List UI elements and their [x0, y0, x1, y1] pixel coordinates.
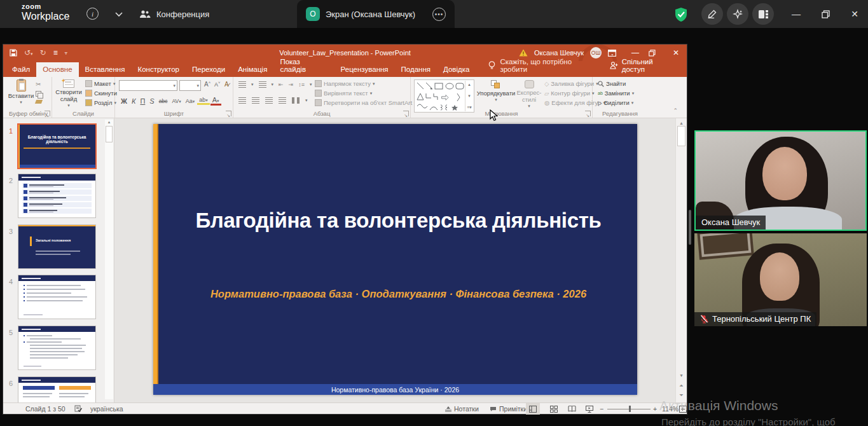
warning-icon[interactable]	[519, 49, 528, 57]
slide-thumbnail-2[interactable]	[18, 174, 95, 217]
slide-subtitle[interactable]: Нормативно-правова база · Оподаткування …	[172, 288, 624, 300]
align-text-button[interactable]: Вирівняти текст▾	[315, 90, 417, 97]
arrange-button[interactable]: Упорядкувати ▾	[477, 80, 515, 102]
ppt-minimize-button[interactable]: —	[628, 48, 642, 57]
justify-icon[interactable]	[279, 97, 286, 104]
tab-options-icon[interactable]: •••	[432, 8, 446, 21]
decrease-indent-icon[interactable]: ⇤	[279, 81, 284, 88]
section-button[interactable]: Розділ▾	[85, 99, 117, 106]
paste-button[interactable]: Вставити ▾	[8, 79, 34, 105]
reading-view-button[interactable]	[565, 403, 579, 415]
reset-button[interactable]: Скинути	[85, 90, 117, 97]
slideshow-view-button[interactable]	[582, 403, 596, 415]
text-shadow-button[interactable]: S	[148, 97, 156, 105]
tab-shared-screen[interactable]: О Экран (Оксана Шевчук) •••	[297, 0, 455, 28]
font-name-select[interactable]: ▾	[119, 80, 177, 91]
bullets-icon[interactable]	[238, 81, 246, 88]
tab-transitions[interactable]: Переходи	[186, 62, 231, 77]
zoom-in-button[interactable]: +	[653, 405, 657, 413]
notes-button[interactable]: Нотатки	[445, 405, 479, 413]
security-shield-icon[interactable]	[674, 8, 688, 22]
comments-button[interactable]: Примітки	[490, 405, 527, 413]
tab-animations[interactable]: Анімація	[231, 62, 273, 77]
normal-view-button[interactable]	[526, 403, 540, 415]
video-tile-participant[interactable]: Тернопільський Центр ПК	[694, 233, 867, 326]
tab-conference[interactable]: Конференция	[130, 0, 218, 28]
info-icon[interactable]: i	[86, 8, 99, 20]
tab-view[interactable]: Подання	[395, 62, 437, 77]
collapse-ribbon-icon[interactable]: ⌃	[673, 107, 678, 114]
account-avatar[interactable]: ОШ	[590, 47, 602, 58]
share-button[interactable]: Спільний доступ	[601, 58, 687, 77]
window-close-button[interactable]: ✕	[846, 8, 864, 20]
zoom-out-button[interactable]: −	[600, 405, 603, 413]
scroll-up-icon[interactable]: ▴	[676, 120, 687, 126]
previous-slide-icon[interactable]: ⏶	[676, 383, 687, 389]
clipboard-dialog-launcher[interactable]	[45, 111, 50, 116]
scroll-down-icon[interactable]: ▾	[676, 373, 687, 378]
copy-icon[interactable]	[36, 91, 41, 97]
language-indicator[interactable]: українська	[90, 405, 123, 413]
tab-design[interactable]: Конструктор	[131, 62, 186, 77]
gallery-more-icon[interactable]: ≡▾	[467, 105, 472, 110]
tab-slideshow[interactable]: Показ слайдів	[273, 55, 334, 77]
ribbon-display-options-icon[interactable]	[608, 50, 622, 57]
format-painter-icon[interactable]	[35, 100, 43, 104]
layout-button[interactable]: Макет▾	[85, 80, 117, 87]
highlight-button[interactable]: ab▾	[197, 97, 210, 105]
annotate-pencil-button[interactable]	[701, 3, 723, 25]
slide-thumbnail-6[interactable]	[18, 377, 95, 402]
account-name[interactable]: Оксана Шевчук	[534, 49, 584, 57]
vertical-scrollbar[interactable]: ▴ ▾ ⏶ ⏷	[675, 118, 687, 402]
find-button[interactable]: Знайти	[598, 80, 634, 87]
align-right-icon[interactable]	[265, 97, 273, 104]
numbering-icon[interactable]	[259, 81, 266, 88]
grow-font-button[interactable]: А˄	[204, 81, 210, 88]
scrollbar-thumb[interactable]	[106, 126, 113, 142]
underline-button[interactable]: П	[138, 97, 147, 105]
strikethrough-button[interactable]: abc	[157, 98, 170, 104]
font-size-select[interactable]: ▾	[179, 80, 201, 91]
chevron-down-icon[interactable]	[112, 8, 126, 22]
thumbnail-scrollbar[interactable]: ▴	[105, 120, 113, 399]
align-left-icon[interactable]	[238, 97, 246, 104]
replace-button[interactable]: abЗамінити▾	[598, 90, 634, 97]
ppt-close-button[interactable]: ✕	[669, 48, 683, 57]
tab-insert[interactable]: Вставлення	[79, 62, 132, 77]
video-tile-active-speaker[interactable]: Оксана Шевчук	[694, 130, 867, 231]
slide-thumbnail-1[interactable]: Благодійна та волонтерська діяльність	[18, 125, 95, 168]
shapes-gallery[interactable]: ▴ ▾ ≡▾	[414, 79, 474, 113]
char-spacing-button[interactable]: AV▾	[170, 98, 183, 104]
font-color-button[interactable]: А▾	[210, 96, 221, 106]
new-slide-button[interactable]: ✦ Створити слайд ▾	[53, 79, 84, 108]
tab-file[interactable]: Файл	[3, 62, 36, 77]
slide-sorter-view-button[interactable]	[547, 403, 561, 415]
font-dialog-launcher[interactable]	[226, 111, 231, 116]
slide-thumbnail-4[interactable]	[18, 275, 95, 319]
tab-home[interactable]: Основне	[36, 62, 78, 77]
slide-thumbnail-5[interactable]	[18, 326, 95, 369]
slide-footer[interactable]: Нормативно-правова база України · 2026	[153, 384, 637, 395]
current-slide[interactable]: Благодійна та волонтерська діяльність Но…	[153, 124, 637, 395]
window-minimize-button[interactable]: —	[787, 8, 805, 20]
view-layout-button[interactable]	[752, 3, 774, 25]
ai-companion-button[interactable]	[727, 3, 748, 25]
change-case-button[interactable]: Aa▾	[184, 98, 197, 104]
tab-help[interactable]: Довідка	[437, 62, 476, 77]
video-panel-scrollbar[interactable]	[689, 210, 691, 245]
smartart-button[interactable]: Перетворити на об'єкт SmartArt▾	[315, 99, 417, 106]
slide-thumbnail-3[interactable]: Загальні положення	[18, 225, 95, 268]
select-button[interactable]: ▷Виділити▾	[598, 99, 634, 106]
paragraph-dialog-launcher[interactable]	[403, 111, 409, 116]
text-direction-button[interactable]: Напрямок тексту▾	[315, 80, 417, 87]
clear-format-icon[interactable]: A̷	[224, 81, 229, 88]
align-center-icon[interactable]	[252, 97, 259, 104]
gallery-up-icon[interactable]: ▴	[468, 82, 471, 87]
spellcheck-icon[interactable]	[74, 405, 82, 412]
increase-indent-icon[interactable]: ⇥	[289, 81, 294, 88]
quick-styles-button[interactable]: Експрес-стилі ▾	[515, 80, 543, 109]
drawing-dialog-launcher[interactable]	[585, 111, 591, 116]
columns-icon[interactable]	[292, 97, 300, 104]
shrink-font-button[interactable]: А˅	[214, 81, 221, 88]
zoom-slider-knob[interactable]	[629, 406, 631, 412]
